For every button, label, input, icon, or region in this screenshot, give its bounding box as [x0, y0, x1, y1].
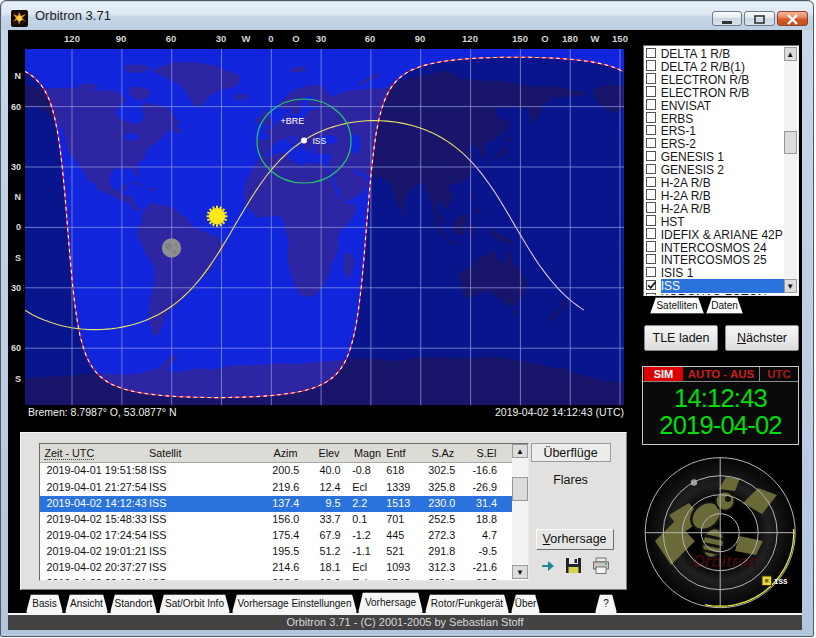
- svg-text:ISS: ISS: [774, 578, 788, 586]
- svg-text:ISS: ISS: [312, 136, 326, 146]
- svg-text:Orbitron: Orbitron: [692, 552, 758, 570]
- svg-text:+BRE: +BRE: [280, 116, 304, 126]
